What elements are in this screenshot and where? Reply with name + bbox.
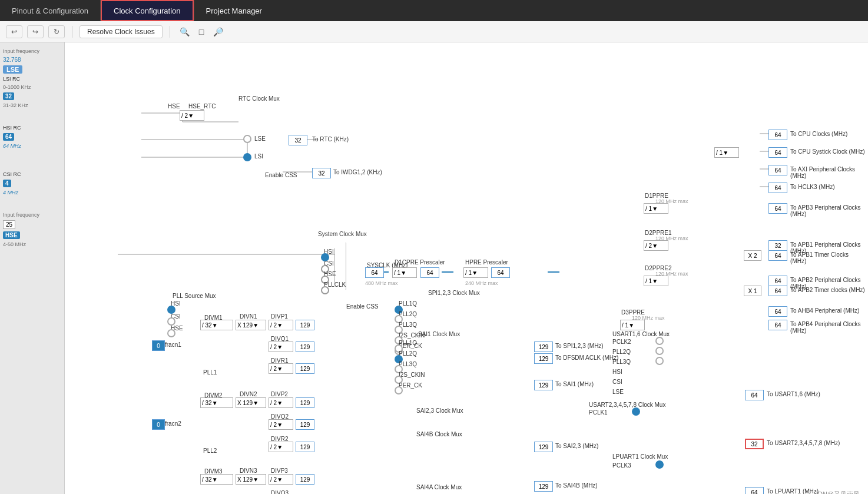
lse-chip[interactable]: LSE: [3, 65, 22, 74]
zoom-in-icon[interactable]: 🔍: [177, 26, 192, 38]
divr1-select[interactable]: / 2▼: [269, 363, 293, 374]
x2-box: X 2: [744, 250, 761, 261]
fracn2-label: fracn2: [165, 420, 181, 427]
pinout-tab[interactable]: Pinout & Configuration: [0, 0, 101, 21]
d3ppre-select[interactable]: / 1▼: [620, 320, 645, 330]
fracn2-val: 0: [152, 419, 165, 430]
d1cpre-out: 64: [420, 267, 439, 278]
div2-rtc-select[interactable]: / 2▼: [180, 110, 204, 121]
lsi-chip[interactable]: 32: [3, 92, 14, 100]
header: Pinout & Configuration Clock Configurati…: [0, 0, 868, 21]
pm-tab[interactable]: Project Manager: [194, 0, 868, 21]
enable-css2[interactable]: Enable CSS: [346, 303, 378, 310]
sai4a-mux-label: SAI4A Clock Mux: [416, 484, 462, 490]
d2ppre1-select[interactable]: / 2▼: [644, 240, 668, 251]
divm3-select[interactable]: / 32▼: [200, 474, 233, 485]
input-freq-label: Input frequency: [3, 48, 61, 54]
hpre-select[interactable]: / 1▼: [463, 267, 488, 278]
csi-chip[interactable]: 4: [3, 180, 11, 187]
pllclk-dot: [321, 286, 329, 294]
usart16-val: 64: [745, 390, 764, 400]
divq2-select[interactable]: / 2▼: [269, 419, 293, 430]
resolve-button[interactable]: Resolve Clock Issues: [79, 25, 163, 38]
pclk3-label: PCLK3: [612, 462, 631, 469]
cpu-clk-val: 64: [768, 130, 787, 140]
left-sidebar: Input frequency 32.768 LSE LSI RC 0-1000…: [0, 42, 65, 494]
hse-top-label: HSE: [168, 103, 180, 110]
d1cpre-select[interactable]: / 1▼: [392, 267, 417, 278]
to-sai4b-label: To SAI4B (MHz): [555, 482, 598, 489]
d1ppre-select[interactable]: / 1▼: [644, 203, 668, 214]
hse-value-box[interactable]: 25: [3, 220, 15, 229]
hclk3-label: To HCLK3 (MHz): [790, 184, 835, 190]
hsi-mhz: 64 MHz: [3, 143, 61, 149]
hse-chip[interactable]: HSE: [3, 231, 20, 239]
axi-label: To AXI Peripheral Clocks (MHz): [790, 166, 866, 179]
max240-label: 240 MHz max: [465, 280, 498, 286]
lse-circle: [243, 135, 251, 143]
divr2-out: 129: [296, 442, 314, 452]
redo-button[interactable]: ↪: [27, 25, 44, 38]
diagram-inner: RTC Clock Mux HSE HSE_RTC / 2▼ LSE LSI 3…: [65, 42, 866, 494]
pclk3-dot: [655, 460, 664, 469]
usart2378-mux-label: USART2,3,4,5,7,8 Clock Mux: [589, 402, 665, 408]
pclk2-dot: [655, 337, 664, 345]
sai23-mux-label: SAI2,3 Clock Mux: [416, 407, 463, 414]
d1cpre-label: D1CPRE Prescaler: [395, 259, 445, 266]
spi-mux-label: SPI1,2,3 Clock Mux: [428, 290, 480, 296]
lse-u16: LSE: [612, 389, 624, 395]
divm1-select[interactable]: / 32▼: [200, 320, 233, 330]
range2-label: 4-50 MHz: [3, 241, 61, 247]
fit-icon[interactable]: □: [197, 26, 206, 38]
apb1t-label: To APB1 Timer Clocks (MHz): [790, 251, 866, 264]
csi-rc-label: CSI RC: [3, 171, 61, 177]
freq-value: 32.768: [3, 57, 61, 63]
hsi-chip[interactable]: 64: [3, 133, 14, 141]
pm-label: Project Manager: [206, 6, 262, 15]
apb3-label: To APB3 Peripheral Clocks (MHz): [790, 204, 866, 217]
divr2-select[interactable]: / 2▼: [269, 442, 293, 452]
divq1-out: 129: [296, 342, 314, 352]
to-sai1-label: To SAI1 (MHz): [555, 381, 594, 387]
csi-u16: CSI: [612, 379, 622, 385]
csi-mhz: 4 MHz: [3, 190, 61, 195]
divm2-select[interactable]: / 32▼: [200, 397, 233, 408]
divn1-select[interactable]: X 129▼: [236, 320, 266, 330]
to-sai23-label: To SAI2,3 (MHz): [555, 443, 598, 449]
divq3-label: DIVQ3: [271, 490, 289, 494]
d2ppre2-select[interactable]: / 1▼: [644, 276, 668, 286]
divp1-select[interactable]: / 2▼: [269, 320, 293, 330]
divp2-select[interactable]: / 2▼: [269, 397, 293, 408]
fracn1-label: fracn1: [165, 342, 181, 348]
clock-tab[interactable]: Clock Configuration: [101, 0, 193, 21]
clock-label: Clock Configuration: [114, 6, 180, 15]
divp3-label: DIVP3: [271, 468, 288, 474]
divn2-select[interactable]: X 129▼: [236, 397, 266, 408]
lpuart1-mux-label: LPUART1 Clock Mux: [612, 453, 668, 460]
per-ck-sai1-dot: [395, 386, 403, 394]
hsi-u16: HSI: [612, 369, 622, 375]
ahb4-val: 64: [768, 306, 787, 317]
csi-pll-dot: [167, 317, 175, 326]
divn3-label: DIVN3: [240, 468, 257, 474]
undo-button[interactable]: ↩: [6, 25, 22, 38]
cpu-div-select[interactable]: / 1▼: [714, 147, 739, 158]
divn3-select[interactable]: X 129▼: [236, 474, 266, 485]
divp3-select[interactable]: / 2▼: [269, 474, 293, 485]
iwdg-val-box: 32: [312, 168, 331, 178]
hse-rtc-label: HSE_RTC: [188, 103, 216, 110]
divq1-select[interactable]: / 2▼: [269, 342, 293, 352]
enable-css-label[interactable]: Enable CSS: [265, 172, 297, 178]
zoom-out-icon[interactable]: 🔎: [211, 26, 226, 38]
hsi-rc-label: HSI RC: [3, 125, 61, 131]
to-dfsdm-label: To DFSDM ACLK (MHz): [555, 354, 618, 361]
refresh-button[interactable]: ↻: [48, 25, 65, 38]
divp1-out: 129: [296, 320, 314, 330]
pll2q-u16: PLL2Q: [612, 349, 631, 355]
spi-val: 129: [534, 342, 553, 352]
hclk3-val: 64: [768, 183, 787, 193]
usart2378-val: 32: [745, 439, 764, 449]
rtc-mux-label: RTC Clock Mux: [238, 95, 280, 102]
pll-source-label: PLL Source Mux: [173, 293, 216, 299]
x1-box: X 1: [744, 286, 761, 296]
